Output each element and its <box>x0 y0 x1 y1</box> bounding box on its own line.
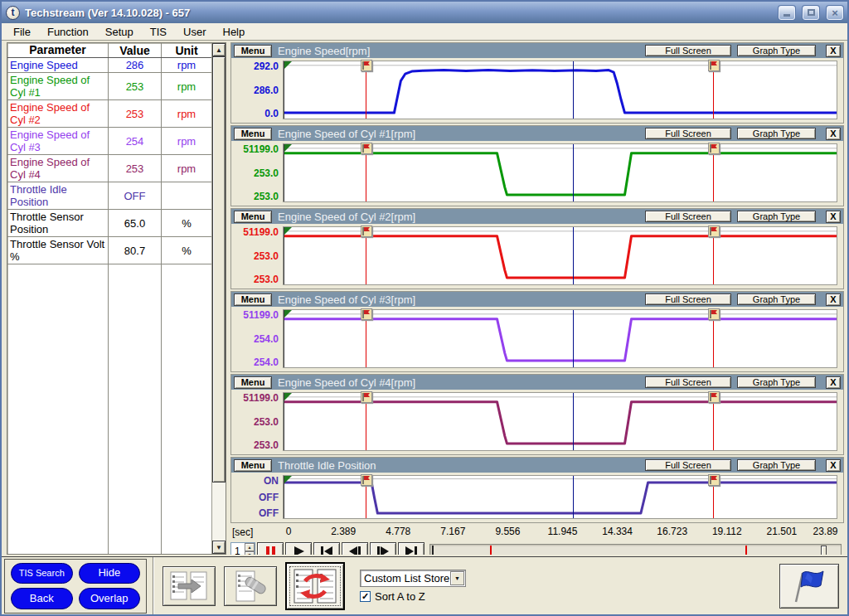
flag-marker-icon[interactable] <box>708 226 720 237</box>
flag-button[interactable] <box>779 564 839 609</box>
table-scrollbar[interactable]: ▲ ▼ <box>211 43 226 554</box>
close-graph-button[interactable]: X <box>826 459 841 472</box>
spinner-up-icon[interactable]: ▲ <box>245 543 255 551</box>
table-row[interactable]: Engine Speed of Cyl #2253rpm <box>7 100 211 128</box>
flag-marker-icon[interactable] <box>361 143 372 154</box>
flag-marker-icon[interactable] <box>361 308 372 320</box>
menu-button[interactable]: Menu <box>234 293 272 306</box>
close-graph-button[interactable]: X <box>826 211 841 223</box>
slider-thumb[interactable] <box>821 546 827 555</box>
current-position-line[interactable] <box>573 227 574 284</box>
table-row[interactable]: Throttle Sensor Position65.0% <box>7 210 211 237</box>
menu-button[interactable]: Menu <box>234 128 272 140</box>
graph-plot[interactable] <box>283 309 837 368</box>
column-header-parameter[interactable]: Parameter <box>7 43 109 57</box>
current-position-line[interactable] <box>573 476 574 518</box>
current-position-line[interactable] <box>573 61 574 119</box>
graph-type-button[interactable]: Graph Type <box>737 293 816 305</box>
current-position-line[interactable] <box>573 393 574 450</box>
graph-plot[interactable] <box>283 61 837 119</box>
menu-button[interactable]: Menu <box>234 211 272 223</box>
table-row[interactable]: Throttle Sensor Volt %80.7% <box>7 237 211 264</box>
table-row[interactable]: Throttle Idle PositionOFF <box>7 182 211 210</box>
menu-button[interactable]: Menu <box>234 376 272 389</box>
playback-controls: 1 ▲ ▼ <box>230 541 844 555</box>
step-back-button[interactable] <box>342 542 368 555</box>
scroll-up-icon[interactable]: ▲ <box>212 43 226 56</box>
current-position-line[interactable] <box>573 310 574 367</box>
param-value-cell: 253 <box>109 73 162 99</box>
send-to-list-button[interactable] <box>163 566 216 606</box>
chevron-down-icon[interactable]: ▼ <box>450 571 464 585</box>
record-list-button[interactable] <box>224 566 277 606</box>
graph-type-button[interactable]: Graph Type <box>737 459 816 471</box>
tis-search-button[interactable]: TIS Search <box>11 563 73 584</box>
flag-marker-icon[interactable] <box>708 143 720 154</box>
close-graph-button[interactable]: X <box>826 45 841 57</box>
graph-type-button[interactable]: Graph Type <box>737 211 816 222</box>
overlap-button[interactable]: Overlap <box>79 588 141 609</box>
flag-marker-icon[interactable] <box>361 226 372 237</box>
menu-button[interactable]: Menu <box>234 459 272 472</box>
minimize-button[interactable] <box>779 6 795 20</box>
spinner-down-icon[interactable]: ▼ <box>245 551 255 555</box>
menu-button[interactable]: Menu <box>234 45 272 57</box>
param-value-cell: 65.0 <box>109 210 162 236</box>
play-button[interactable] <box>285 542 312 555</box>
close-graph-button[interactable]: X <box>826 376 841 389</box>
menu-item-function[interactable]: Function <box>39 24 97 40</box>
flag-marker-icon[interactable] <box>708 308 720 320</box>
full-screen-button[interactable]: Full Screen <box>645 128 731 139</box>
menu-item-file[interactable]: File <box>5 24 39 40</box>
flag-marker-icon[interactable] <box>361 60 372 71</box>
flag-marker-icon[interactable] <box>708 60 720 71</box>
flag-marker-icon[interactable] <box>361 474 372 486</box>
scrollbar-track[interactable] <box>212 56 226 541</box>
menu-item-setup[interactable]: Setup <box>97 24 142 40</box>
skip-start-button[interactable] <box>313 542 340 555</box>
scroll-down-icon[interactable]: ▼ <box>212 541 226 554</box>
flag-marker-icon[interactable] <box>708 391 720 403</box>
graph-type-button[interactable]: Graph Type <box>737 128 816 139</box>
graph-plot[interactable] <box>283 226 837 285</box>
menu-item-help[interactable]: Help <box>215 24 254 40</box>
graph-plot[interactable] <box>283 143 837 202</box>
current-position-line[interactable] <box>573 144 574 201</box>
column-header-value[interactable]: Value <box>109 43 162 57</box>
interval-spinner[interactable]: 1 ▲ ▼ <box>230 542 255 555</box>
table-row[interactable]: Engine Speed of Cyl #1253rpm <box>7 73 211 100</box>
flag-marker-icon[interactable] <box>708 474 720 486</box>
skip-end-button[interactable] <box>398 542 424 555</box>
menu-item-user[interactable]: User <box>175 24 214 40</box>
graph-type-button[interactable]: Graph Type <box>737 376 816 388</box>
graph-plot[interactable] <box>283 475 837 519</box>
close-button[interactable]: × <box>827 6 843 20</box>
table-row[interactable]: Engine Speed of Cyl #3254rpm <box>7 128 211 155</box>
close-graph-button[interactable]: X <box>826 293 841 306</box>
swap-list-button[interactable] <box>285 562 345 610</box>
step-forward-button[interactable] <box>370 542 396 555</box>
full-screen-button[interactable]: Full Screen <box>645 45 731 56</box>
graph-plot[interactable] <box>283 392 837 451</box>
table-row[interactable]: Engine Speed of Cyl #4253rpm <box>7 155 211 182</box>
sort-checkbox[interactable]: ✓ <box>360 591 371 602</box>
graph-body: ONOFFOFF <box>231 473 843 522</box>
hide-button[interactable]: Hide <box>79 563 141 584</box>
column-header-unit[interactable]: Unit <box>162 43 211 57</box>
restore-button[interactable] <box>803 6 819 20</box>
playback-slider[interactable] <box>429 544 842 555</box>
close-graph-button[interactable]: X <box>826 128 841 140</box>
param-value-cell: 253 <box>109 100 162 127</box>
scrollbar-thumb[interactable] <box>212 56 226 483</box>
full-screen-button[interactable]: Full Screen <box>645 293 731 305</box>
graph-type-button[interactable]: Graph Type <box>737 45 816 56</box>
flag-marker-icon[interactable] <box>361 391 372 403</box>
custom-list-dropdown[interactable]: Custom List Store ▼ <box>360 570 466 587</box>
table-row[interactable]: Engine Speed286rpm <box>7 58 211 73</box>
pause-button[interactable] <box>257 542 284 555</box>
full-screen-button[interactable]: Full Screen <box>645 459 731 471</box>
full-screen-button[interactable]: Full Screen <box>645 376 731 388</box>
back-button[interactable]: Back <box>11 588 73 609</box>
menu-item-tis[interactable]: TIS <box>142 24 175 40</box>
full-screen-button[interactable]: Full Screen <box>645 211 731 222</box>
